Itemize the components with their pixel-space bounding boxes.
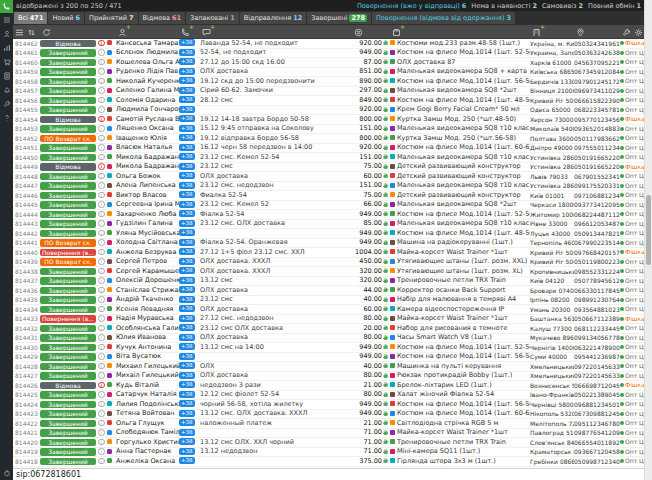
customer-name[interactable]: Силенко Галина М... [116, 86, 179, 95]
phone-badge[interactable]: +38 [179, 286, 195, 293]
info-icon[interactable]: i [98, 201, 105, 208]
status-badge[interactable]: Завершений [40, 458, 96, 466]
phone-icon[interactable] [0, 0, 13, 13]
product-cell[interactable]: Костюм на флисе Мод.1014 (1шт. 48-50) [390, 96, 530, 105]
status-badge[interactable]: Завершений [40, 144, 96, 152]
table-row[interactable]: 814453 Завершений i Ляшенко Оксана +38 1… [13, 125, 644, 135]
phone-badge[interactable]: +38 [179, 115, 195, 122]
customer-name[interactable]: Людмила Гончарова [116, 105, 179, 114]
status-badge[interactable]: Відмова [40, 116, 96, 124]
phone-badge[interactable]: +38 [179, 172, 195, 179]
info-icon[interactable]: i [98, 135, 105, 142]
info-icon[interactable]: i [98, 296, 105, 303]
order-note[interactable]: 23.12 смс. недодзвон [200, 181, 352, 190]
phone-badge[interactable]: +38 [179, 400, 195, 407]
phone-badge[interactable]: +38 [179, 87, 195, 94]
info-icon[interactable]: i [98, 78, 105, 85]
info-icon[interactable]: i [98, 363, 105, 370]
status-badge[interactable]: Завершений [40, 192, 96, 200]
product-cell[interactable]: Маленькая видеокамера SQ8 т10 клас [390, 124, 530, 133]
status-badge[interactable]: Завершений [40, 182, 96, 190]
product-cell[interactable]: Утягивающие штаны (1шт. розм. XXL) [390, 257, 530, 266]
product-cell[interactable]: Куртка Замш Мод. 250 (*шт.56-58) [390, 134, 530, 143]
customer-name[interactable]: Сатарчук Наталія Б... [116, 390, 179, 399]
order-note[interactable]: Фіалка 52-54 [200, 210, 352, 219]
product-cell[interactable]: Корректор осанки Back Support [390, 286, 530, 295]
phone-badge[interactable]: +38 [179, 343, 195, 350]
info-icon[interactable]: i [98, 87, 105, 94]
phone-badge[interactable]: +38 [179, 324, 195, 331]
table-row[interactable]: 814424 Завершений i Лилия Подолінська +3… [13, 400, 644, 410]
status-badge[interactable]: Відмова [40, 382, 96, 390]
product-cell[interactable]: Маленькая видеокамера SQ8 т10 клас [390, 153, 530, 162]
info-icon[interactable]: i [98, 277, 105, 284]
order-note[interactable]: ОЛХ доставка [200, 305, 352, 314]
location-icon[interactable] [576, 28, 585, 37]
table-row[interactable]: 814420 Завершений i Горгулько Христина +… [13, 438, 644, 448]
phone-badge[interactable]: +38 [179, 144, 195, 151]
phone-badge[interactable]: +38 [179, 77, 195, 84]
table-row[interactable]: 814440 Повернення (в... i Анжела Безрукв… [13, 248, 644, 258]
customer-name[interactable]: Олексій Дорошенко [116, 276, 179, 285]
product-cell[interactable]: Машина на радіокеруванні (1шт.) [390, 238, 530, 247]
table-row[interactable]: 814428 Завершений i Михаил Гилецький +38… [13, 362, 644, 372]
product-cell[interactable]: Костюм на флисе Мод.1014 (1шт. 52-54) [390, 48, 530, 57]
table-row[interactable]: 814438 Завершений i Сергей Карамышев +38… [13, 267, 644, 277]
phone-badge[interactable]: +38 [179, 305, 195, 312]
info-icon[interactable]: i [98, 154, 105, 161]
customer-name[interactable]: Михаіл Гилецький [116, 371, 179, 380]
wrench-icon[interactable] [0, 97, 13, 111]
customer-name[interactable]: Руденко Лідія Пав... [116, 67, 179, 76]
order-note[interactable]: 52-54, не подходит [200, 48, 352, 57]
product-cell[interactable]: Костюм на флисе Мод.1014 (1шт. 56-58) [390, 77, 530, 86]
status-badge[interactable]: Завершений [40, 154, 96, 162]
info-icon[interactable]: i [98, 258, 105, 265]
product-cell[interactable]: Часы Smart Watch V8 (1шт.) [390, 333, 530, 342]
help-icon[interactable] [0, 111, 13, 125]
status-badge[interactable]: Завершений [40, 363, 96, 371]
phone-badge[interactable]: +38 [179, 201, 195, 208]
product-cell[interactable]: Машинка на пульті керування [390, 362, 530, 371]
table-row[interactable]: 814430 Завершений i Кучук Антонина +38 1… [13, 343, 644, 353]
product-cell[interactable]: Майка-корсет Waist Trainer *1шт [390, 428, 530, 437]
phone-badge[interactable]: +38 [179, 210, 195, 217]
phone-badge[interactable]: +38 [179, 134, 195, 141]
product-cell[interactable]: Тренировочные петли TRX Train [390, 438, 530, 447]
status-tab[interactable]: Всі 471 [14, 12, 47, 24]
product-cell[interactable]: Халат жіночий Фіалка 52-54 [390, 390, 530, 399]
table-row[interactable]: 814446 Завершений i Виктор Власов +38 Фи… [13, 191, 644, 201]
info-icon[interactable]: i [98, 192, 105, 199]
product-cell[interactable]: Костюм на флисе Мод.1014 (1шт. 48-50) [390, 229, 530, 238]
status-badge[interactable]: ПО Возврат ск. [40, 258, 96, 266]
customer-name[interactable]: Юлия Иванова [116, 333, 179, 342]
status-badge[interactable]: Повернення (в... [40, 249, 96, 257]
table-row[interactable]: 814429 Завершений i Віта Вусатюк +38 949… [13, 353, 644, 363]
phone-badge[interactable]: +38 [179, 229, 195, 236]
order-note[interactable]: Фиалка 52-54 [200, 191, 352, 200]
status-badge[interactable]: Завершений [40, 448, 96, 456]
table-row[interactable]: 814426 Відмова i Кудь Віталій +38 недодз… [13, 381, 644, 391]
order-note[interactable]: 19.12 14-18 завтра Бордо 50-58 [200, 115, 352, 124]
customer-name[interactable]: Ольга Глущук [116, 419, 179, 428]
info-icon[interactable]: i [98, 448, 105, 455]
order-note[interactable]: чорний 56-58, хотіла жилетку [200, 400, 352, 409]
status-badge[interactable]: Завершений [40, 334, 96, 342]
status-badge[interactable]: Завершений [40, 420, 96, 428]
product-cell[interactable]: Набор для рисования в темноте [390, 324, 530, 333]
info-icon[interactable]: i [98, 220, 105, 227]
order-note[interactable]: 13.12 смс. ОЛХ доставка. XXXЛ [200, 409, 352, 418]
table-row[interactable]: 814451 Завершений i Власюк Наталья +38 1… [13, 144, 644, 154]
status-badge[interactable]: Завершений [40, 78, 96, 86]
table-row[interactable]: 814439 ПО Возврат ск. i Сергей Петров +3… [13, 258, 644, 268]
info-icon[interactable]: i [98, 372, 105, 379]
order-note[interactable]: 13.12 недодзвон [200, 447, 352, 456]
info-icon[interactable]: i [98, 420, 105, 427]
table-row[interactable]: 814462 Відмова i Канєвська Тамара +38 Ла… [13, 39, 644, 49]
info-icon[interactable]: i [98, 458, 105, 465]
customer-name[interactable]: Анжела Безруква [116, 248, 179, 257]
order-note[interactable]: ОЛХ [200, 362, 352, 371]
order-note[interactable]: ОЛХ доставка [200, 67, 352, 76]
phone-badge[interactable]: +38 [179, 68, 195, 75]
table-row[interactable]: 814435 Завершений i Андрій Ткаченко +38 … [13, 296, 644, 306]
order-note[interactable]: наложенный платеж [200, 419, 352, 428]
